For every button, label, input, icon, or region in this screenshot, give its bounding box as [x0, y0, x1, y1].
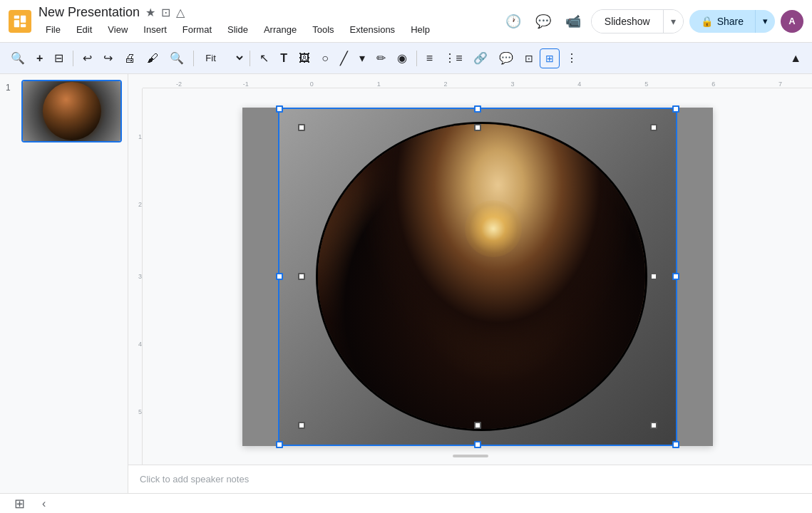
crop-handle-middle-right[interactable] [650, 273, 657, 280]
slideshow-button[interactable]: Slideshow [592, 10, 664, 33]
scribble-button[interactable]: ✏ [371, 48, 391, 68]
svg-rect-2 [21, 15, 26, 22]
thumb-background [23, 81, 120, 141]
meet-button[interactable]: 📹 [561, 9, 585, 33]
menu-edit[interactable]: Edit [69, 21, 99, 38]
star-icon[interactable]: ★ [145, 6, 155, 19]
share-button[interactable]: 🔒 Share [689, 10, 756, 33]
svg-rect-3 [21, 24, 26, 27]
crop-handle-bottom-right[interactable] [650, 422, 657, 429]
portrait-circle [318, 124, 645, 429]
ruler-vtick: 3 [138, 273, 142, 280]
ruler-tick: 3 [510, 81, 514, 88]
crop-button[interactable]: ⊡ [520, 49, 538, 68]
doc-title[interactable]: New Presentation [38, 5, 140, 20]
border-select-button[interactable]: ⊞ [540, 48, 560, 68]
menu-bar: File Edit View Insert Format Slide Arran… [38, 21, 501, 38]
main-area: 1 -2 -1 0 1 2 3 4 5 6 7 [0, 74, 812, 493]
app-logo [9, 10, 31, 33]
doc-title-row: New Presentation ★ ⊡ △ [38, 5, 501, 20]
separator-3 [250, 51, 250, 66]
slide-number: 1 [6, 80, 17, 93]
crop-handle-bottom-left[interactable] [298, 422, 305, 429]
status-bar: ⊞ ‹ [0, 493, 812, 513]
crop-handle-top-right[interactable] [650, 124, 657, 131]
image-element[interactable] [278, 108, 677, 446]
more-align-button[interactable]: ⋮≡ [439, 48, 467, 68]
ruler-tick: 4 [577, 81, 581, 88]
shapes-tool-button[interactable]: ○ [317, 48, 334, 68]
title-bar: New Presentation ★ ⊡ △ File Edit View In… [0, 0, 812, 43]
collapse-toolbar-button[interactable]: ▲ [785, 48, 806, 68]
crop-handle-middle-left[interactable] [298, 273, 305, 280]
ruler-tick: -1 [243, 81, 249, 88]
ruler-tick: 1 [377, 81, 381, 88]
slideshow-dropdown-button[interactable]: ▾ [664, 10, 683, 33]
zoom-tool-button[interactable]: 🔍 [165, 48, 189, 68]
menu-help[interactable]: Help [404, 21, 437, 38]
image-tool-button[interactable]: 🖼 [294, 48, 315, 68]
grid-view-button[interactable]: ⊞ [9, 493, 31, 514]
undo-button[interactable]: ↩ [78, 48, 97, 68]
menu-file[interactable]: File [38, 21, 68, 38]
crop-handle-bottom-middle[interactable] [474, 422, 481, 429]
lock-icon: 🔒 [701, 16, 713, 27]
canvas-wrapper: 1 2 3 4 5 [128, 88, 812, 465]
ruler-tick: 2 [444, 81, 448, 88]
crop-handle-top-middle[interactable] [474, 124, 481, 131]
menu-format[interactable]: Format [175, 21, 219, 38]
more-lines-button[interactable]: ▾ [354, 48, 370, 68]
history-button[interactable]: 🕐 [501, 9, 525, 33]
vertical-ruler: 1 2 3 4 5 [128, 88, 143, 465]
craftsman-figure [318, 124, 645, 429]
menu-slide[interactable]: Slide [220, 21, 255, 38]
slide-canvas-area[interactable] [143, 88, 812, 465]
search-button[interactable]: 🔍 [6, 48, 30, 68]
speaker-notes[interactable]: Click to add speaker notes [128, 465, 812, 493]
ruler-tick: 6 [711, 81, 715, 88]
menu-arrange[interactable]: Arrange [257, 21, 304, 38]
link-button[interactable]: 🔗 [468, 48, 493, 68]
ruler-vtick: 1 [138, 133, 142, 140]
menu-view[interactable]: View [101, 21, 135, 38]
slide-thumbnail[interactable] [21, 80, 122, 142]
select-tool-button[interactable]: ↖ [255, 48, 274, 68]
folder-icon[interactable]: ⊡ [161, 6, 170, 19]
text-tool-button[interactable]: T [275, 48, 292, 68]
slide-container [242, 108, 713, 446]
avatar[interactable]: A [781, 10, 803, 33]
comment-tool-button[interactable]: 💬 [494, 48, 518, 68]
redo-button[interactable]: ↪ [98, 48, 118, 68]
title-info: New Presentation ★ ⊡ △ File Edit View In… [38, 5, 501, 38]
menu-tools[interactable]: Tools [305, 21, 341, 38]
full-screen-button[interactable]: ⊟ [49, 48, 68, 68]
crop-handle-top-left[interactable] [298, 124, 305, 131]
zoom-in-button[interactable]: + [31, 48, 48, 68]
drive-icon[interactable]: △ [176, 6, 185, 19]
highlight-button[interactable]: ◉ [392, 48, 412, 68]
paint-format-button[interactable]: 🖌 [142, 48, 163, 68]
lamp-glow [465, 200, 522, 257]
thumb-circle-image [42, 82, 101, 140]
menu-insert[interactable]: Insert [136, 21, 174, 38]
ruler-tick: -2 [176, 81, 182, 88]
scroll-indicator [453, 455, 488, 457]
align-left-button[interactable]: ≡ [421, 48, 438, 68]
zoom-select[interactable]: Fit 50% 75% 100% 125% 150% 200% [198, 49, 245, 67]
svg-rect-0 [14, 15, 19, 19]
ruler-vtick: 2 [138, 201, 142, 208]
menu-extensions[interactable]: Extensions [343, 21, 403, 38]
line-tool-button[interactable]: ╱ [335, 47, 353, 70]
ruler-vtick: 5 [138, 408, 142, 415]
comment-button[interactable]: 💬 [531, 9, 555, 33]
ruler-vtick: 4 [138, 341, 142, 348]
more-tools-button[interactable]: ⋮ [561, 48, 582, 68]
horizontal-ruler: -2 -1 0 1 2 3 4 5 6 7 [143, 74, 812, 88]
image-content [278, 108, 677, 446]
svg-rect-1 [14, 20, 19, 27]
print-button[interactable]: 🖨 [119, 48, 140, 68]
collapse-panel-button[interactable]: ‹ [36, 494, 51, 513]
share-dropdown-button[interactable]: ▾ [756, 10, 775, 33]
separator-2 [193, 51, 194, 66]
separator-4 [416, 51, 417, 66]
